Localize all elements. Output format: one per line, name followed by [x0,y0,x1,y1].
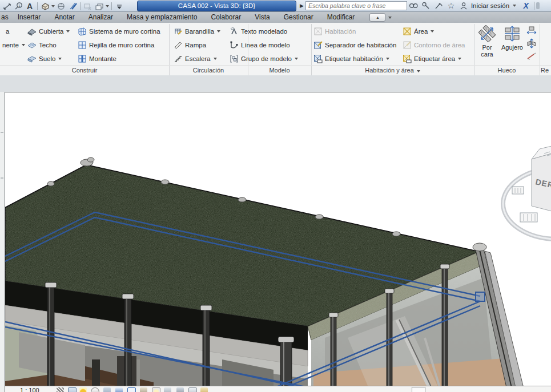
user-icon[interactable] [457,1,470,11]
cascade-windows-dropdown[interactable] [105,1,110,11]
dropdown-arrow-icon[interactable] [66,30,70,33]
section-icon[interactable] [55,1,67,11]
area-button[interactable]: Área [403,26,434,37]
viewcube[interactable]: DERECHA [503,140,551,239]
panel-label-partial[interactable]: Re [541,66,551,75]
text-icon[interactable]: A [24,1,35,11]
dropdown-arrow-icon[interactable] [295,58,298,60]
rendering-icon[interactable] [103,387,111,392]
favorites-icon[interactable]: ☆ [445,1,457,11]
separador-habitacion-button[interactable]: Separador de habitación [313,40,396,50]
analytical-model-icon[interactable] [188,387,197,392]
view-control-bar[interactable]: 1 : 100 [5,386,551,392]
curtain-wall-system-button[interactable]: Sistema de muro cortina [78,26,160,37]
constraints-icon[interactable] [200,387,208,392]
clipped-titlebar-icon [536,2,540,9]
panel-label-construir[interactable]: Construir [0,66,169,75]
tab-gestionar[interactable]: Gestionar [277,12,320,23]
dropdown-arrow-icon[interactable] [214,58,217,60]
close-hidden-windows-icon[interactable] [82,1,94,11]
exchange-apps-icon[interactable]: X [520,1,532,11]
signin-dropdown-icon[interactable] [513,5,516,7]
wall-opening-icon[interactable] [526,26,537,36]
qat-separator [37,2,38,10]
panel-label-modelo[interactable]: Modelo [248,66,311,75]
info-center-toggle-icon[interactable]: ▶ [300,3,304,9]
area-tag-icon [403,54,412,63]
rampa-button[interactable]: Rampa [174,40,206,50]
tab-anotar[interactable]: Anotar [47,12,81,23]
search-icon[interactable] [407,1,420,11]
reveal-hidden-icon[interactable] [152,387,160,392]
linea-modelo-button[interactable]: Línea de modelo [230,40,290,50]
ribbon-collapse-dropdown-icon[interactable] [388,17,392,19]
scrollbar-thumb[interactable] [412,387,425,392]
tab-analizar[interactable]: Analizar [82,12,120,23]
dropdown-arrow-icon[interactable] [386,58,389,60]
modify-arrows-icon[interactable] [1,1,13,11]
3d-view[interactable]: DERECHA [5,92,551,392]
temporary-view-properties-icon[interactable] [164,387,171,392]
agujero-button[interactable]: Agujero [500,25,524,64]
escalera-button[interactable]: Escalera [174,54,217,64]
tab-vista[interactable]: Vista [248,12,276,23]
dropdown-arrow-icon[interactable] [22,44,25,46]
default-3d-view-dropdown[interactable] [51,1,55,11]
model-text-icon [230,27,239,36]
techo-button[interactable]: Techo [27,40,57,50]
dropdown-arrow-icon[interactable] [431,30,434,33]
detail-level-icon[interactable] [57,387,64,392]
por-cara-button[interactable]: Porcara [475,25,499,64]
roof-icon [27,27,37,36]
clipped-button[interactable]: a [3,26,9,37]
quick-access-toolbar: 1 A [1,1,125,12]
curtain-grid-button[interactable]: Rejilla de muro cortina [78,40,154,50]
panel-dropdown-icon[interactable] [417,70,420,72]
search-input[interactable] [305,1,407,10]
dropdown-arrow-icon[interactable] [58,58,62,60]
panel-label-circulacion[interactable]: Circulación [169,66,248,75]
thin-lines-icon[interactable] [67,1,78,11]
signin-button[interactable]: Iniciar sesión [471,2,509,9]
drawing-area[interactable]: DERECHA 1 : 100 [5,92,551,392]
cubierta-button[interactable]: Cubierta [27,26,70,37]
grupo-modelo-button[interactable]: Grupo de modelo [230,54,298,64]
room-icon [313,27,323,36]
barandilla-button[interactable]: Barandilla [174,26,220,37]
tab-partial[interactable]: as [0,12,11,23]
sun-path-icon[interactable] [79,387,87,392]
tab-colaborar[interactable]: Colaborar [204,12,248,23]
dormer-opening-icon[interactable] [526,51,537,61]
clipped-component-button[interactable]: nente [0,40,25,50]
dropdown-arrow-icon[interactable] [217,30,220,33]
temporary-hide-icon[interactable] [140,387,147,392]
customize-qat-icon[interactable] [114,1,125,11]
dropdown-arrow-icon[interactable] [458,58,461,60]
etiquetar-habitacion-button[interactable]: Etiquetar habitación [313,54,389,64]
reference-plane-grip[interactable] [476,292,485,301]
panel-label-habitacion[interactable]: Habitación y área [311,66,474,75]
mullion-button[interactable]: Montante [78,54,116,64]
shadows-icon[interactable] [91,387,99,392]
room-separator-icon [313,41,323,50]
help-tools-icon[interactable] [420,1,432,11]
shaft-opening-icon [504,25,521,42]
default-3d-view-icon[interactable] [39,1,51,11]
worksharing-display-icon[interactable] [176,387,184,392]
tab-masa[interactable]: Masa y emplazamiento [120,12,204,23]
cascade-windows-icon[interactable] [94,1,105,11]
etiquetar-area-button[interactable]: Etiquetar área [403,54,461,64]
scale-button[interactable]: 1 : 100 [20,387,39,392]
tab-insertar[interactable]: Insertar [11,12,48,23]
visual-style-icon[interactable] [68,387,77,392]
tag-icon[interactable]: 1 [13,1,24,11]
texto-modelado-button[interactable]: Texto modelado [230,26,287,37]
vertical-opening-icon[interactable] [526,38,537,49]
crop-region-icon[interactable] [127,387,136,392]
communication-center-icon[interactable] [432,1,445,11]
ribbon-collapse-button[interactable]: ▲ [369,13,385,22]
tab-modificar[interactable]: Modificar [320,12,362,23]
crop-view-icon[interactable] [115,387,123,392]
suelo-button[interactable]: Suelo [27,54,62,64]
panel-label-hueco[interactable]: Hueco [474,66,540,75]
